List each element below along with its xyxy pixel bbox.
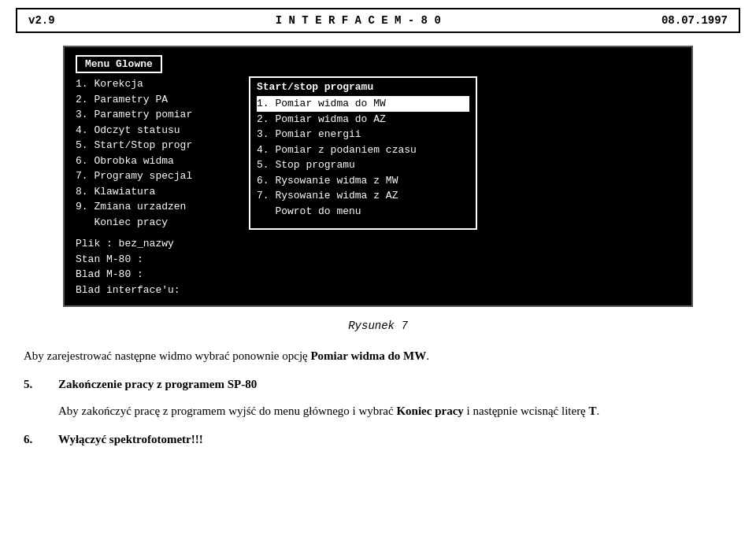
submenu-item-2: 2. Pomiar widma do AZ: [257, 112, 469, 127]
menu-left-item-4: 4. Odczyt statusu: [76, 123, 246, 139]
submenu-item-3: 3. Pomiar energii: [257, 127, 469, 142]
menu-left-item-7: 7. Programy specjal: [76, 168, 246, 184]
app-title: I N T E R F A C E M - 8 0: [276, 14, 441, 27]
version-label: v2.9: [28, 14, 55, 27]
header-bar: v2.9 I N T E R F A C E M - 8 0 08.07.199…: [16, 8, 740, 33]
section5-title: Zakończenie pracy z programem SP-80: [58, 375, 257, 394]
section6-number: 6.: [24, 430, 43, 449]
intro-bold: Pomiar widma do MW: [310, 349, 426, 362]
section5-body: Aby zakończyć pracę z programem wyjść do…: [58, 401, 732, 420]
submenu-item-5: 5. Stop programu: [257, 157, 469, 173]
menu-left-item-6: 6. Obrobka widma: [76, 153, 246, 169]
section5-end: .: [597, 405, 600, 417]
status-plik: Plik : bez_nazwy: [76, 236, 680, 252]
section5-text2: i następnie wcisnąć literę: [464, 405, 589, 417]
submenu-item-1-highlighted: 1. Pomiar widma do MW: [257, 96, 469, 112]
intro-text: Aby zarejestrować następne widmo wybrać …: [24, 349, 310, 362]
menu-left-item-3: 3. Parametry pomiar: [76, 107, 246, 123]
section6-title: Wyłączyć spektrofotometr!!!: [58, 430, 203, 449]
date-label: 08.07.1997: [662, 14, 728, 27]
terminal-screen: Menu Glowne 1. Korekcja 2. Parametry PA …: [63, 46, 693, 307]
menu-left: 1. Korekcja 2. Parametry PA 3. Parametry…: [76, 76, 249, 230]
menu-left-item-9: 9. Zmiana urzadzen: [76, 199, 246, 215]
section5-bold1: Koniec pracy: [396, 405, 463, 417]
section5-bold2: T: [589, 405, 597, 417]
status-lines: Plik : bez_nazwy Stan M-80 : Blad M-80 :…: [76, 236, 680, 297]
status-blad-interface: Blad interface'u:: [76, 283, 680, 298]
menu-left-item-2: 2. Parametry PA: [76, 92, 246, 108]
menu-left-item-1: 1. Korekcja: [76, 76, 246, 92]
menu-left-item-8: 8. Klawiatura: [76, 184, 246, 200]
section5-text1: Aby zakończyć pracę z programem wyjść do…: [58, 405, 396, 417]
section5-heading: 5. Zakończenie pracy z programem SP-80: [24, 375, 732, 394]
submenu-item-7: 7. Rysowanie widma z AZ: [257, 188, 469, 204]
status-blad-m80: Blad M-80 :: [76, 267, 680, 283]
menu-columns: 1. Korekcja 2. Parametry PA 3. Parametry…: [76, 76, 680, 230]
menu-left-item-end: Koniec pracy: [76, 215, 246, 231]
section6: 6. Wyłączyć spektrofotometr!!!: [24, 430, 732, 449]
status-stan: Stan M-80 :: [76, 252, 680, 268]
menu-title: Menu Glowne: [76, 55, 162, 73]
submenu-item-6: 6. Rysowanie widma z MW: [257, 173, 469, 189]
menu-left-item-5: 5. Start/Stop progr: [76, 138, 246, 153]
submenu-item-back: Powrot do menu: [257, 204, 469, 220]
figure-caption: Rysunek 7: [16, 320, 740, 332]
menu-right: Start/stop programu 1. Pomiar widma do M…: [249, 76, 477, 230]
intro-paragraph: Aby zarejestrować następne widmo wybrać …: [24, 346, 732, 365]
submenu-title: Start/stop programu: [257, 81, 469, 93]
intro-end: .: [426, 349, 429, 362]
section5-number: 5.: [24, 375, 43, 394]
content-section: Aby zarejestrować następne widmo wybrać …: [24, 346, 732, 449]
submenu-item-4: 4. Pomiar z podaniem czasu: [257, 142, 469, 158]
